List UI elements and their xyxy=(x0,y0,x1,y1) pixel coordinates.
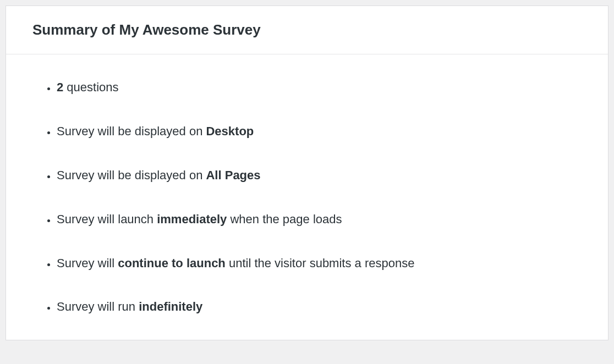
duration-value: indefinitely xyxy=(139,300,202,313)
device-value: Desktop xyxy=(206,124,254,138)
summary-list: 2 questions Survey will be displayed on … xyxy=(43,76,582,318)
summary-title: Summary of My Awesome Survey xyxy=(32,21,582,38)
launch-timing-prefix: Survey will launch xyxy=(57,212,157,226)
launch-timing-value: immediately xyxy=(157,212,227,226)
pages-value: All Pages xyxy=(206,168,260,182)
question-count: 2 xyxy=(57,80,63,94)
launch-persistence-prefix: Survey will xyxy=(57,256,118,270)
device-prefix: Survey will be displayed on xyxy=(57,124,206,138)
summary-item-launch-timing: Survey will launch immediately when the … xyxy=(57,208,582,230)
card-body: 2 questions Survey will be displayed on … xyxy=(6,54,608,340)
summary-item-duration: Survey will run indefinitely xyxy=(57,296,582,318)
summary-item-questions: 2 questions xyxy=(57,76,582,98)
summary-item-pages: Survey will be displayed on All Pages xyxy=(57,164,582,186)
summary-item-launch-persistence: Survey will continue to launch until the… xyxy=(57,252,582,274)
summary-item-device: Survey will be displayed on Desktop xyxy=(57,120,582,142)
launch-persistence-value: continue to launch xyxy=(118,256,226,270)
question-label: questions xyxy=(63,80,118,94)
launch-timing-suffix: when the page loads xyxy=(227,212,342,226)
summary-card: Summary of My Awesome Survey 2 questions… xyxy=(6,5,608,340)
pages-prefix: Survey will be displayed on xyxy=(57,168,206,182)
card-header: Summary of My Awesome Survey xyxy=(6,6,608,54)
duration-prefix: Survey will run xyxy=(57,300,139,313)
launch-persistence-suffix: until the visitor submits a response xyxy=(226,256,415,270)
